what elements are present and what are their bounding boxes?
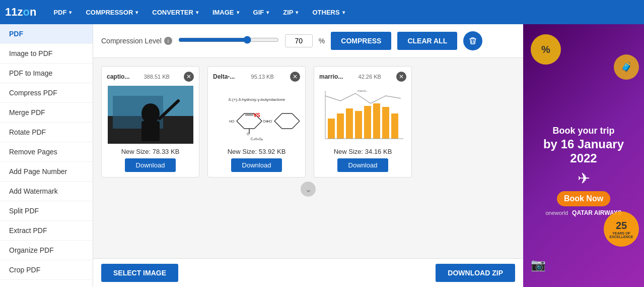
nav-item-zip[interactable]: ZIP ▾ [276, 0, 305, 24]
content-area: Compression Level i % COMPRESS CLEAR ALL [93, 24, 523, 287]
ad-percent-icon: % [531, 34, 561, 65]
ad-book-line1: Book your trip [543, 125, 624, 137]
ad-plane-icon: ✈ [578, 169, 590, 187]
nav-item-image[interactable]: IMAGE ▾ [205, 0, 246, 24]
ad-content: % 🧳 Book your trip by 16 January 2022 25… [523, 24, 644, 287]
nav-menu: PDF ▾ COMPRESSOR ▾ CONVERTER ▾ IMAGE ▾ G… [46, 0, 351, 24]
select-image-button[interactable]: SELECT IMAGE [101, 264, 178, 282]
card-preview: δ-(+)-δ-hydroxy-γ-butyrolactone [214, 86, 300, 144]
card-filename: marrio... [319, 73, 343, 80]
sidebar-item-pdf[interactable]: PDF [0, 24, 93, 44]
logo-accent: o [23, 6, 29, 18]
svg-text:CₐHₑO₄: CₐHₑO₄ [250, 137, 263, 141]
percent-label: % [319, 37, 325, 45]
sidebar-item-pdf-to-image[interactable]: PDF to Image [0, 64, 93, 83]
sidebar-item-image-to-pdf[interactable]: Image to PDF [0, 44, 93, 64]
app-logo: 11zon [5, 6, 36, 19]
card-preview [108, 86, 193, 144]
card-new-size: New Size: 78.33 KB [121, 148, 180, 155]
svg-rect-36 [382, 107, 389, 139]
card-filename: captio... [107, 73, 129, 80]
file-card: marrio... 42.26 KB ✕ [314, 66, 412, 178]
ad-camera-icon: 📷 [531, 258, 546, 272]
compress-button[interactable]: COMPRESS [331, 32, 391, 50]
sidebar-item-compress-pdf[interactable]: Compress PDF [0, 83, 93, 103]
nav-item-others[interactable]: OTHERS ▾ [305, 0, 351, 24]
ad-brand: oneworld [545, 210, 568, 216]
card-size: 95.13 KB [251, 74, 274, 80]
file-card: Delta-... 95.13 KB ✕ δ-(+)-δ-hydroxy-γ-b… [207, 66, 306, 178]
top-navigation: 11zon PDF ▾ COMPRESSOR ▾ CONVERTER ▾ IMA… [0, 0, 644, 24]
compression-slider[interactable] [178, 36, 279, 44]
card-size: 42.26 KB [359, 74, 381, 80]
svg-text:HO: HO [267, 120, 272, 123]
svg-text:HO: HO [229, 120, 235, 123]
nav-item-pdf[interactable]: PDF ▾ [46, 0, 79, 24]
sidebar-item-organize-pdf[interactable]: Organize PDF [0, 241, 93, 260]
ad-panel: % 🧳 Book your trip by 16 January 2022 25… [523, 24, 644, 287]
sidebar-item-add-page-number[interactable]: Add Page Number [0, 162, 93, 182]
chevron-down-icon: ▾ [296, 10, 298, 15]
info-icon[interactable]: i [164, 37, 172, 45]
chevron-down-icon: ▾ [342, 10, 345, 15]
svg-rect-30 [328, 119, 335, 139]
chevron-down-icon: ▾ [237, 10, 239, 15]
cards-container: captio... 388.51 KB ✕ [101, 66, 515, 178]
download-zip-button[interactable]: DOWNLOAD ZIP [436, 264, 515, 282]
scroll-indicator: ⌄ [101, 178, 515, 201]
svg-rect-4 [141, 121, 160, 141]
svg-point-3 [141, 103, 160, 124]
svg-text:VS: VS [253, 112, 260, 118]
card-size: 388.51 KB [144, 74, 169, 80]
download-button[interactable]: Download [337, 158, 389, 172]
card-close-button[interactable]: ✕ [290, 72, 300, 82]
svg-rect-34 [364, 106, 371, 139]
ad-bag-icon: 🧳 [614, 54, 639, 80]
download-button[interactable]: Download [125, 158, 176, 172]
ad-book-line3: 2022 [543, 151, 624, 165]
card-preview: marrio... [320, 86, 406, 144]
card-close-button[interactable]: ✕ [184, 72, 194, 82]
card-new-size: New Size: 53.92 KB [228, 148, 286, 155]
chevron-down-icon: ▾ [135, 10, 138, 15]
trash-button[interactable] [463, 31, 482, 50]
sidebar-item-merge-pdf[interactable]: Merge PDF [0, 103, 93, 123]
card-header: captio... 388.51 KB ✕ [107, 72, 194, 82]
scroll-down-icon: ⌄ [301, 182, 316, 197]
svg-rect-33 [355, 111, 362, 139]
compression-value-input[interactable] [285, 34, 313, 47]
nav-item-gif[interactable]: GIF ▾ [246, 0, 276, 24]
ad-book-now[interactable]: Book Now [557, 191, 610, 206]
svg-rect-32 [346, 108, 353, 139]
card-filename: Delta-... [213, 73, 235, 80]
download-button[interactable]: Download [231, 158, 282, 172]
svg-text:δ-(+)-δ-hydroxy-γ-butyrolacton: δ-(+)-δ-hydroxy-γ-butyrolactone [228, 97, 285, 102]
sidebar-item-split-pdf[interactable]: Split PDF [0, 201, 93, 221]
bottom-bar: SELECT IMAGE DOWNLOAD ZIP [93, 258, 523, 287]
sidebar-item-add-watermark[interactable]: Add Watermark [0, 182, 93, 201]
sidebar-item-remove-pages[interactable]: Remove Pages [0, 142, 93, 162]
card-new-size: New Size: 34.16 KB [334, 148, 392, 155]
nav-item-compressor[interactable]: COMPRESSOR ▾ [79, 0, 145, 24]
sidebar: PDF Image to PDF PDF to Image Compress P… [0, 24, 93, 287]
preview-image-chem: δ-(+)-δ-hydroxy-γ-butyrolactone [214, 86, 300, 144]
card-close-button[interactable]: ✕ [396, 72, 406, 82]
chevron-down-icon: ▾ [196, 10, 198, 15]
file-card: captio... 388.51 KB ✕ [101, 66, 199, 178]
chevron-down-icon: ▾ [69, 10, 71, 15]
sidebar-item-rotate-pdf[interactable]: Rotate PDF [0, 123, 93, 142]
toolbar: Compression Level i % COMPRESS CLEAR ALL [93, 24, 523, 58]
card-header: Delta-... 95.13 KB ✕ [213, 72, 300, 82]
ad-book-line2: by 16 January [543, 137, 624, 151]
trash-icon [469, 37, 477, 45]
card-header: marrio... 42.26 KB ✕ [319, 72, 406, 82]
compression-slider-container [178, 36, 279, 46]
sidebar-item-crop-pdf[interactable]: Crop PDF [0, 260, 93, 280]
ad-badge: 25 YEARS OFEXCELLENCE [604, 211, 639, 247]
chevron-down-icon: ▾ [266, 10, 269, 15]
nav-item-converter[interactable]: CONVERTER ▾ [145, 0, 205, 24]
cards-scroll-area: captio... 388.51 KB ✕ [93, 58, 523, 258]
sidebar-item-extract-pdf[interactable]: Extract PDF [0, 221, 93, 241]
clear-all-button[interactable]: CLEAR ALL [397, 32, 457, 50]
svg-rect-31 [337, 113, 344, 139]
